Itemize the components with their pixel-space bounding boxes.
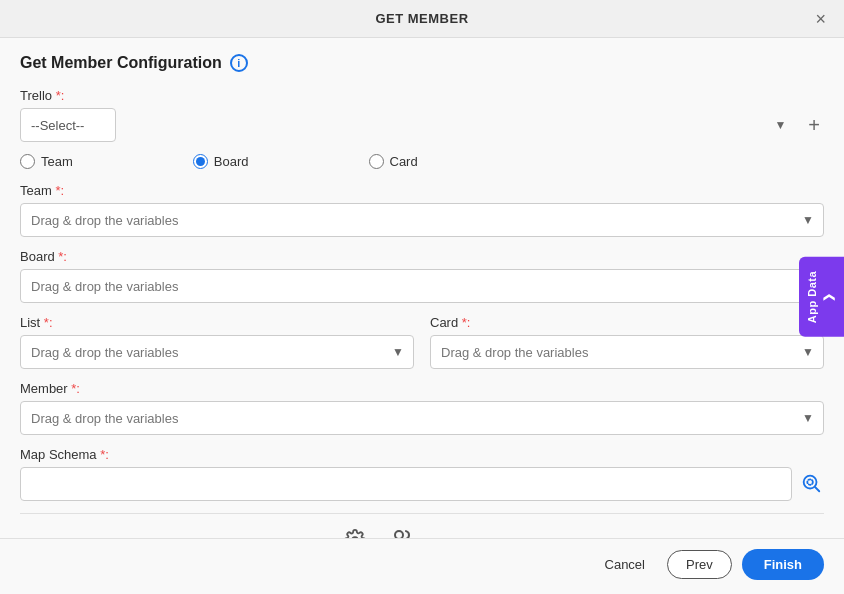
modal-body: Get Member Configuration i Trello *: --S… [0, 38, 844, 538]
radio-card-label: Card [390, 154, 418, 169]
app-data-label: App Data [806, 271, 818, 323]
map-schema-label: Map Schema *: [20, 447, 824, 462]
trello-label: Trello *: [20, 88, 824, 103]
list-card-row: List *: ▼ Card *: ▼ [20, 315, 824, 369]
radio-board-input[interactable] [193, 154, 208, 169]
modal-bottom-bar: Cancel Prev Finish [0, 538, 844, 594]
list-input-wrapper: ▼ [20, 335, 414, 369]
radio-board-label: Board [214, 154, 249, 169]
member-section: Member *: ▼ [20, 381, 824, 435]
trello-select-wrapper: --Select-- ▼ + [20, 108, 824, 142]
map-schema-section: Map Schema *: [20, 447, 824, 501]
list-input[interactable] [20, 335, 414, 369]
card-input-wrapper: ▼ [430, 335, 824, 369]
team-section: Team *: ▼ [20, 183, 824, 237]
map-schema-search-button[interactable] [798, 470, 824, 499]
modal-header: GET MEMBER × [0, 0, 844, 38]
board-input[interactable] [20, 269, 824, 303]
modal-title: GET MEMBER [375, 11, 468, 26]
footer-actions: Advanced + [20, 513, 824, 538]
trello-select[interactable]: --Select-- [20, 108, 116, 142]
team-label: Team *: [20, 183, 824, 198]
svg-point-4 [395, 531, 403, 538]
map-schema-wrapper [20, 467, 824, 501]
team-input-wrapper: ▼ [20, 203, 824, 237]
prev-button[interactable]: Prev [667, 550, 732, 579]
radio-group: Team Board Card [20, 154, 824, 169]
config-title-text: Get Member Configuration [20, 54, 222, 72]
config-title-row: Get Member Configuration i [20, 54, 824, 72]
cancel-button[interactable]: Cancel [593, 551, 657, 578]
app-data-tab-wrapper[interactable]: ❮ App Data [799, 257, 844, 337]
card-label: Card *: [430, 315, 824, 330]
app-data-tab[interactable]: ❮ App Data [799, 257, 844, 337]
finish-button[interactable]: Finish [742, 549, 824, 580]
member-label: Member *: [20, 381, 824, 396]
board-label: Board *: [20, 249, 824, 264]
card-input[interactable] [430, 335, 824, 369]
card-section: Card *: ▼ [430, 315, 824, 369]
radio-card[interactable]: Card [369, 154, 418, 169]
team-input[interactable] [20, 203, 824, 237]
info-icon[interactable]: i [230, 54, 248, 72]
list-label: List *: [20, 315, 414, 330]
modal-container: GET MEMBER × Get Member Configuration i … [0, 0, 844, 594]
svg-point-0 [804, 475, 817, 488]
trello-section: Trello *: --Select-- ▼ + [20, 88, 824, 142]
trello-dropdown-arrow: ▼ [774, 118, 786, 132]
svg-line-1 [815, 487, 819, 491]
board-input-wrapper: ▼ [20, 269, 824, 303]
board-section: Board *: ▼ [20, 249, 824, 303]
list-section: List *: ▼ [20, 315, 414, 369]
member-input[interactable] [20, 401, 824, 435]
trello-add-button[interactable]: + [804, 113, 824, 137]
radio-team-label: Team [41, 154, 73, 169]
radio-board[interactable]: Board [193, 154, 249, 169]
map-schema-input[interactable] [20, 467, 792, 501]
person-icon-button[interactable] [386, 524, 418, 538]
radio-team-input[interactable] [20, 154, 35, 169]
svg-point-2 [807, 479, 813, 485]
settings-icon-button[interactable] [340, 525, 370, 538]
close-button[interactable]: × [809, 8, 832, 30]
radio-card-input[interactable] [369, 154, 384, 169]
member-input-wrapper: ▼ [20, 401, 824, 435]
app-data-chevron: ❮ [824, 293, 837, 302]
radio-team[interactable]: Team [20, 154, 73, 169]
